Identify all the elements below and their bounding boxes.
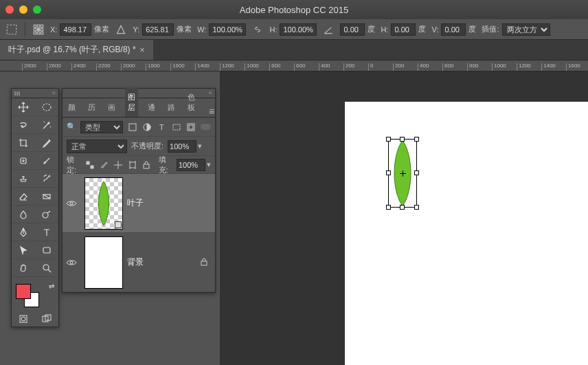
swap-colors-icon[interactable]: ⇄ <box>49 283 54 290</box>
x-input[interactable] <box>60 23 91 36</box>
filter-smart-icon[interactable] <box>185 121 196 133</box>
hand-tool[interactable] <box>12 259 35 277</box>
pen-tool[interactable] <box>12 223 35 241</box>
document-tab-label: 叶子.psd @ 16.7% (叶子, RGB/8) * <box>8 44 136 56</box>
transform-handle-sw[interactable] <box>386 205 391 210</box>
chevron-down-icon[interactable]: ▾ <box>207 160 211 169</box>
eraser-tool[interactable] <box>12 188 35 206</box>
collapse-icon[interactable]: « <box>208 89 212 98</box>
transform-handle-se[interactable] <box>414 205 419 210</box>
eyedropper-tool[interactable] <box>35 134 58 152</box>
lasso-tool[interactable] <box>12 116 35 134</box>
tab-brushes[interactable]: 画 <box>105 98 118 117</box>
aspect-link-icon[interactable] <box>251 23 264 36</box>
filter-toggle-switch[interactable] <box>201 124 211 130</box>
lock-transparency-icon[interactable] <box>84 159 95 171</box>
visibility-toggle[interactable] <box>63 258 80 267</box>
canvas-stage[interactable] <box>220 71 588 365</box>
close-window-button[interactable] <box>5 5 14 14</box>
tab-paths[interactable]: 路 <box>165 98 178 117</box>
options-bar: X: 像素 Y: 像素 W: H: 度 H: 度 V: 度 插值: 两次立方 <box>0 19 588 40</box>
tab-layers[interactable]: 图层 <box>125 88 138 117</box>
lock-all-icon[interactable] <box>142 159 152 171</box>
filter-pixel-icon[interactable] <box>127 121 137 133</box>
toolbox-header[interactable]: « <box>12 89 58 98</box>
move-tool[interactable] <box>12 98 35 116</box>
ruler-tick: 800 <box>467 63 478 71</box>
layer-thumbnail[interactable] <box>84 177 123 230</box>
minimize-window-button[interactable] <box>19 5 27 14</box>
lock-position-icon[interactable] <box>113 159 124 171</box>
collapse-icon[interactable]: « <box>52 89 56 98</box>
zoom-window-button[interactable] <box>33 5 41 14</box>
screen-mode-toggle[interactable] <box>35 311 58 327</box>
path-selection-tool[interactable] <box>12 241 35 259</box>
marquee-tool[interactable] <box>35 98 58 116</box>
vskew-unit: 度 <box>468 24 476 34</box>
foreground-color-swatch[interactable] <box>16 284 31 299</box>
layer-name[interactable]: 叶子 <box>127 197 144 209</box>
tab-channels[interactable]: 通 <box>145 98 158 117</box>
svg-rect-5 <box>37 28 39 30</box>
document-canvas[interactable] <box>345 102 588 365</box>
fill-input[interactable] <box>177 159 205 171</box>
vskew-group: V: 度 <box>431 23 476 36</box>
transform-handle-e[interactable] <box>414 170 419 175</box>
ruler-tick: 1400 <box>541 63 556 71</box>
filter-adjust-icon[interactable] <box>142 121 152 133</box>
transform-handle-n[interactable] <box>400 137 405 142</box>
brush-tool[interactable] <box>35 152 58 170</box>
filter-type-icon[interactable]: T <box>157 121 167 133</box>
type-tool[interactable] <box>35 223 58 241</box>
transform-center-icon[interactable] <box>400 170 406 177</box>
clone-stamp-tool[interactable] <box>12 170 35 188</box>
quick-mask-toggle[interactable] <box>12 311 35 327</box>
magic-wand-tool[interactable] <box>35 116 58 134</box>
shape-tool[interactable] <box>35 241 58 259</box>
ruler-tick: 1000 <box>245 63 259 71</box>
hskew-input[interactable] <box>391 23 416 36</box>
angle-input[interactable] <box>340 23 365 36</box>
layer-row-background[interactable]: 背景 <box>63 233 215 292</box>
reference-point-icon[interactable] <box>32 23 45 36</box>
vskew-input[interactable] <box>441 23 466 36</box>
close-tab-icon[interactable]: × <box>140 45 145 55</box>
blend-mode-select[interactable]: 正常 <box>67 140 127 153</box>
blur-tool[interactable] <box>12 206 35 223</box>
layer-thumbnail[interactable] <box>84 236 123 289</box>
y-input[interactable] <box>142 23 174 36</box>
h-input[interactable] <box>280 23 317 36</box>
document-tab[interactable]: 叶子.psd @ 16.7% (叶子, RGB/8) * × <box>0 40 153 60</box>
transform-handle-s[interactable] <box>400 205 405 210</box>
tab-color[interactable]: 颜 <box>65 98 78 117</box>
crop-tool[interactable] <box>12 134 35 152</box>
lock-pixels-icon[interactable] <box>99 159 109 171</box>
w-input[interactable] <box>209 23 246 36</box>
transform-bounding-box[interactable] <box>388 139 417 208</box>
transform-handle-w[interactable] <box>386 170 391 175</box>
ruler-tick: 400 <box>319 63 330 71</box>
vskew-label: V: <box>431 25 438 34</box>
panel-menu-icon[interactable]: ≡ <box>205 106 218 117</box>
lock-row: 锁定: 填充: ▾ <box>63 156 215 174</box>
angle-unit: 度 <box>368 24 375 34</box>
visibility-toggle[interactable] <box>63 199 80 208</box>
healing-brush-tool[interactable] <box>12 152 35 170</box>
dodge-tool[interactable] <box>35 206 58 223</box>
interp-select[interactable]: 两次立方 <box>502 23 550 36</box>
chevron-down-icon[interactable]: ▾ <box>198 142 202 151</box>
history-brush-tool[interactable] <box>35 170 58 188</box>
transform-handle-ne[interactable] <box>414 137 419 142</box>
lock-artboard-icon[interactable] <box>127 159 137 171</box>
gradient-tool[interactable] <box>35 188 58 206</box>
layer-row-leaf[interactable]: 叶子 <box>63 174 215 233</box>
transform-handle-nw[interactable] <box>386 137 391 142</box>
layer-name[interactable]: 背景 <box>127 256 144 268</box>
filter-kind-select[interactable]: 类型 <box>80 121 123 133</box>
tab-history[interactable]: 历 <box>85 98 98 117</box>
tab-swatches[interactable]: 色板 <box>185 88 198 117</box>
zoom-tool[interactable] <box>35 259 58 277</box>
opacity-input[interactable] <box>168 140 196 153</box>
filter-shape-icon[interactable] <box>171 121 181 133</box>
delta-icon[interactable] <box>115 23 127 36</box>
